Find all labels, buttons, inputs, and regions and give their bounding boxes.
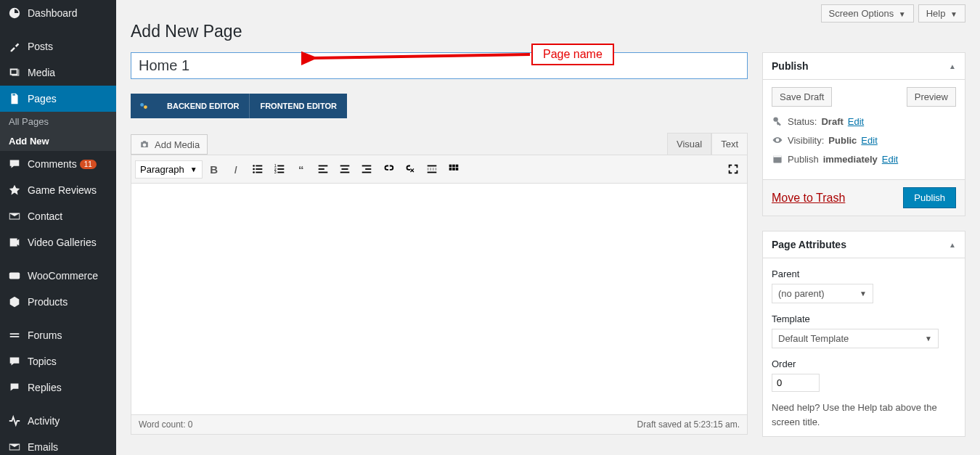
- draft-saved-time: Draft saved at 5:23:15 am.: [637, 419, 740, 430]
- sidebar-topics[interactable]: Topics: [0, 348, 116, 374]
- parent-label: Parent: [772, 269, 956, 279]
- save-draft-button[interactable]: Save Draft: [772, 87, 832, 107]
- sidebar-label: Media: [28, 67, 55, 78]
- sidebar-label: Activity: [28, 415, 60, 427]
- sidebar-woocommerce[interactable]: WooCommerce: [0, 263, 116, 289]
- page-heading: Add New Page: [131, 22, 965, 41]
- sidebar-forums[interactable]: Forums: [0, 322, 116, 348]
- align-center-button[interactable]: [335, 159, 355, 179]
- bullet-list-button[interactable]: [248, 159, 268, 179]
- sidebar-comments[interactable]: Comments 11: [0, 151, 116, 177]
- backend-editor-tab[interactable]: BACKEND EDITOR: [157, 94, 249, 118]
- move-to-trash-link[interactable]: Move to Trash: [772, 192, 845, 205]
- svg-point-5: [253, 168, 255, 171]
- sidebar-activity[interactable]: Activity: [0, 408, 116, 434]
- publish-panel: Publish ▲ Save Draft Preview Status: Dra…: [762, 52, 965, 216]
- svg-rect-28: [452, 165, 455, 168]
- svg-rect-23: [362, 172, 371, 173]
- svg-rect-19: [341, 168, 348, 170]
- edit-visibility-link[interactable]: Edit: [861, 135, 877, 146]
- collapse-toggle-icon[interactable]: ▲: [949, 62, 956, 70]
- svg-rect-29: [455, 165, 458, 168]
- svg-point-3: [253, 165, 255, 167]
- preview-button[interactable]: Preview: [907, 87, 956, 107]
- page-title-input[interactable]: [131, 52, 748, 79]
- edit-status-link[interactable]: Edit: [848, 116, 864, 127]
- svg-point-1: [140, 103, 144, 107]
- svg-rect-17: [318, 172, 327, 173]
- sidebar-label: Video Galleries: [28, 237, 97, 248]
- admin-sidebar: Dashboard Posts Media Pages All Pages Ad…: [0, 0, 116, 455]
- visual-tab[interactable]: Visual: [667, 133, 711, 155]
- svg-rect-20: [340, 172, 349, 173]
- sidebar-sub-add-new[interactable]: Add New: [0, 131, 116, 151]
- help-text: Need help? Use the Help tab above the sc…: [772, 401, 956, 429]
- toolbar-toggle-button[interactable]: [444, 159, 464, 179]
- fullscreen-button[interactable]: [723, 159, 743, 179]
- link-button[interactable]: [378, 159, 399, 179]
- sidebar-replies[interactable]: Replies: [0, 374, 116, 401]
- page-icon: [7, 91, 22, 106]
- svg-rect-21: [362, 165, 371, 167]
- editor-mode-tabs: BACKEND EDITOR FRONTEND EDITOR: [131, 94, 347, 118]
- svg-rect-8: [256, 172, 262, 173]
- edit-date-link[interactable]: Edit: [882, 154, 898, 165]
- sidebar-media[interactable]: Media: [0, 60, 116, 86]
- italic-button[interactable]: I: [226, 159, 246, 179]
- svg-rect-35: [773, 155, 781, 157]
- align-right-button[interactable]: [356, 159, 377, 179]
- svg-rect-0: [9, 273, 20, 279]
- parent-select[interactable]: (no parent)▼: [772, 284, 873, 303]
- comments-badge: 11: [80, 160, 97, 169]
- publish-button[interactable]: Publish: [903, 187, 956, 208]
- video-icon: [7, 235, 22, 250]
- sidebar-pages[interactable]: Pages: [0, 86, 116, 112]
- sidebar-video-galleries[interactable]: Video Galleries: [0, 229, 116, 255]
- key-icon: [772, 115, 783, 127]
- align-left-button[interactable]: [313, 159, 333, 179]
- svg-rect-14: [277, 172, 284, 173]
- template-label: Template: [772, 313, 956, 324]
- sidebar-emails[interactable]: Emails: [0, 434, 116, 455]
- sidebar-label: WooCommerce: [28, 270, 98, 282]
- editor-footer: Word count: 0 Draft saved at 5:23:15 am.: [131, 414, 747, 434]
- dashboard-icon: [7, 6, 22, 20]
- topics-icon: [7, 354, 22, 369]
- svg-rect-16: [318, 168, 324, 170]
- editor-content-area[interactable]: [131, 184, 747, 414]
- sidebar-products[interactable]: Products: [0, 289, 116, 315]
- sidebar-game-reviews[interactable]: Game Reviews: [0, 177, 116, 203]
- sidebar-label: Pages: [28, 93, 57, 104]
- numbered-list-button[interactable]: 123: [269, 159, 290, 179]
- sidebar-contact[interactable]: Contact: [0, 203, 116, 229]
- unlink-button[interactable]: [400, 159, 420, 179]
- sidebar-dashboard[interactable]: Dashboard: [0, 0, 116, 26]
- insert-more-button[interactable]: [422, 159, 442, 179]
- comment-icon: [7, 157, 22, 171]
- pin-icon: [7, 39, 22, 54]
- blockquote-button[interactable]: “: [291, 159, 311, 179]
- frontend-editor-tab[interactable]: FRONTEND EDITOR: [249, 94, 347, 118]
- template-select[interactable]: Default Template▼: [772, 329, 939, 348]
- sidebar-sub-all-pages[interactable]: All Pages: [0, 112, 116, 131]
- order-input[interactable]: [772, 374, 820, 392]
- sidebar-posts[interactable]: Posts: [0, 33, 116, 60]
- text-tab[interactable]: Text: [711, 133, 748, 155]
- help-button[interactable]: Help ▼: [918, 4, 965, 22]
- sidebar-label: Products: [28, 296, 68, 308]
- svg-rect-27: [449, 165, 452, 168]
- screen-options-button[interactable]: Screen Options ▼: [821, 4, 914, 22]
- format-select[interactable]: Paragraph▼: [135, 160, 203, 179]
- bold-button[interactable]: B: [204, 159, 224, 179]
- sidebar-label: Dashboard: [28, 7, 78, 19]
- sidebar-label: Emails: [28, 441, 58, 453]
- publish-arrow-icon: [967, 205, 980, 270]
- sidebar-label: Forums: [28, 329, 62, 341]
- add-media-button[interactable]: Add Media: [131, 134, 208, 155]
- collapse-toggle-icon[interactable]: ▲: [949, 241, 956, 249]
- page-attributes-panel: Page Attributes ▲ Parent (no parent)▼ Te…: [762, 231, 965, 437]
- sidebar-pages-submenu: All Pages Add New: [0, 112, 116, 151]
- svg-rect-18: [340, 165, 349, 167]
- svg-point-2: [144, 105, 147, 109]
- wysiwyg-editor: Paragraph▼ B I 123 “: [131, 155, 748, 435]
